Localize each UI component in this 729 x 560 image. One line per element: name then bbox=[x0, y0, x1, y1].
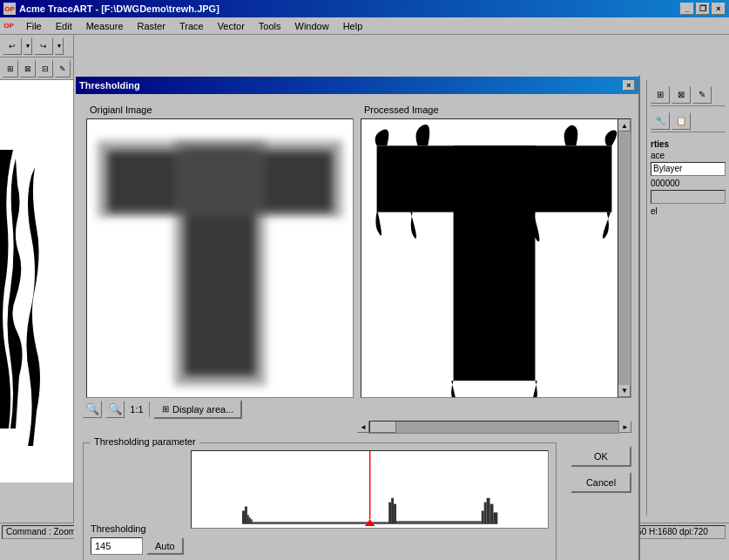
tb-undo[interactable]: ↩ bbox=[3, 37, 22, 55]
tb-a1[interactable]: ⊞ bbox=[3, 60, 18, 78]
svg-rect-18 bbox=[391, 498, 394, 523]
menu-window[interactable]: Window bbox=[288, 19, 336, 33]
h-scroll-right-button[interactable]: ► bbox=[619, 421, 631, 433]
tb-r5[interactable]: 📋 bbox=[672, 112, 691, 130]
thresholding-dialog: Thresholding × Origianl Image bbox=[74, 75, 640, 560]
svg-rect-20 bbox=[396, 521, 482, 523]
cancel-button[interactable]: Cancel bbox=[570, 472, 631, 493]
close-button[interactable]: × bbox=[712, 3, 726, 15]
menu-measure[interactable]: Measure bbox=[79, 19, 131, 33]
prop-label-color: 000000 bbox=[651, 179, 726, 188]
menubar: OP File Edit Measure Raster Trace Vector… bbox=[0, 17, 729, 35]
menu-trace[interactable]: Trace bbox=[172, 19, 211, 33]
app-title: Acme TraceART - [F:\DWGDemo\trewh.JPG] bbox=[19, 3, 680, 14]
scroll-track bbox=[618, 132, 631, 385]
dialog-title: Thresholding bbox=[79, 80, 623, 91]
svg-rect-15 bbox=[250, 519, 252, 523]
threshold-group-title: Thresholding parameter bbox=[91, 436, 199, 447]
display-area-label: Display area... bbox=[172, 404, 233, 415]
prop-value-color bbox=[651, 190, 726, 204]
menu-help[interactable]: Help bbox=[336, 19, 370, 33]
window-controls: _ ❐ × bbox=[680, 3, 726, 15]
tb-a4[interactable]: ✎ bbox=[55, 60, 71, 78]
auto-button[interactable]: Auto bbox=[146, 537, 184, 555]
dialog-close-button[interactable]: × bbox=[623, 80, 635, 91]
threshold-group: Thresholding parameter Thresholding Auto bbox=[83, 442, 557, 560]
original-image-svg bbox=[87, 119, 353, 397]
histogram-container bbox=[191, 450, 549, 529]
svg-rect-8 bbox=[454, 145, 536, 381]
processed-image-panel: Processed Image bbox=[357, 101, 631, 398]
svg-rect-21 bbox=[481, 510, 483, 523]
tb-r2[interactable]: ⊠ bbox=[672, 86, 691, 104]
zoom-in-button[interactable]: 🔍 bbox=[83, 401, 102, 418]
menu-raster[interactable]: Raster bbox=[131, 19, 172, 33]
menu-edit[interactable]: Edit bbox=[49, 19, 79, 33]
prop-label-el: el bbox=[651, 206, 726, 216]
tb-r4[interactable]: 🔧 bbox=[651, 112, 670, 130]
original-image-label: Origianl Image bbox=[83, 101, 357, 118]
h-scrollbar-row: ◄ ► bbox=[357, 421, 631, 434]
svg-rect-5 bbox=[174, 140, 267, 386]
dialog-titlebar: Thresholding × bbox=[76, 77, 638, 94]
dialog-buttons: OK Cancel bbox=[564, 439, 631, 493]
processed-image-label: Processed Image bbox=[357, 101, 631, 118]
scroll-down-button[interactable]: ▼ bbox=[618, 385, 631, 397]
svg-rect-13 bbox=[247, 515, 249, 523]
app-titlebar: OP Acme TraceART - [F:\DWGDemo\trewh.JPG… bbox=[0, 0, 729, 17]
h-scroll-track bbox=[369, 421, 619, 434]
original-image-panel: Origianl Image bbox=[83, 101, 357, 398]
tb-redo[interactable]: ↪ bbox=[34, 37, 53, 55]
processed-image-svg bbox=[361, 119, 627, 397]
tb-a3[interactable]: ⊟ bbox=[37, 60, 53, 78]
histogram-svg bbox=[192, 451, 548, 528]
tb-a2[interactable]: ⊠ bbox=[20, 60, 36, 78]
vertical-scrollbar[interactable]: ▲ ▼ bbox=[618, 118, 631, 398]
svg-rect-12 bbox=[245, 507, 247, 524]
left-panel: ↩ ▼ ↪ ▼ ⊞ ⊠ ⊟ ✎ bbox=[0, 35, 74, 523]
tb-undo-drop[interactable]: ▼ bbox=[24, 37, 32, 55]
display-area-button[interactable]: ⊞ Display area... bbox=[153, 400, 242, 419]
prop-value-bylayer: Bylayer bbox=[651, 162, 726, 176]
threshold-input[interactable] bbox=[91, 537, 143, 555]
right-panel: ⊞ ⊠ ✎ 🔧 📋 rties ace Bylayer 000000 el bbox=[646, 80, 729, 516]
dialog-content: Origianl Image bbox=[76, 94, 638, 560]
svg-rect-17 bbox=[388, 503, 391, 523]
minimize-button[interactable]: _ bbox=[680, 3, 694, 15]
menu-tools[interactable]: Tools bbox=[252, 19, 288, 33]
app-icon: OP bbox=[3, 3, 16, 15]
h-scroll-thumb[interactable] bbox=[370, 422, 396, 433]
threshold-label: Thresholding bbox=[91, 523, 184, 534]
zoom-out-button[interactable]: 🔍 - bbox=[105, 401, 125, 418]
app-menu-icon: OP bbox=[2, 19, 16, 33]
svg-rect-24 bbox=[489, 504, 493, 523]
trace-image-area bbox=[0, 80, 73, 482]
threshold-controls: Thresholding Auto bbox=[91, 450, 184, 555]
menu-vector[interactable]: Vector bbox=[211, 19, 252, 33]
threshold-input-row: Auto bbox=[91, 537, 184, 555]
properties-header: rties bbox=[651, 139, 726, 149]
svg-rect-11 bbox=[242, 510, 245, 523]
h-scroll-left-button[interactable]: ◄ bbox=[357, 421, 369, 433]
prop-label-ace: ace bbox=[651, 151, 726, 160]
menu-file[interactable]: File bbox=[19, 19, 49, 33]
svg-rect-14 bbox=[248, 517, 250, 523]
svg-rect-22 bbox=[483, 503, 486, 523]
tb-r3[interactable]: ✎ bbox=[692, 86, 712, 104]
tb-redo-drop[interactable]: ▼ bbox=[55, 37, 64, 55]
threshold-content: Thresholding Auto bbox=[91, 450, 549, 555]
original-image-container bbox=[86, 118, 354, 398]
scroll-up-button[interactable]: ▲ bbox=[618, 119, 631, 132]
svg-rect-25 bbox=[493, 512, 497, 523]
zoom-level: 1:1 bbox=[128, 404, 145, 415]
restore-button[interactable]: ❐ bbox=[696, 3, 710, 15]
processed-image-container bbox=[361, 118, 628, 398]
svg-rect-23 bbox=[486, 498, 489, 523]
ok-button[interactable]: OK bbox=[570, 446, 631, 467]
trace-svg bbox=[0, 80, 70, 481]
zoom-divider bbox=[149, 401, 150, 417]
tb-r1[interactable]: ⊞ bbox=[651, 86, 670, 104]
svg-rect-19 bbox=[394, 504, 396, 523]
